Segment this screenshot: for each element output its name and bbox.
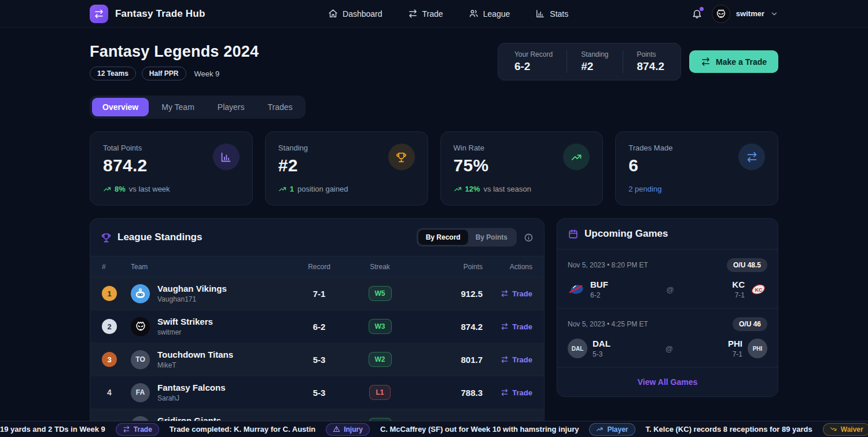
toggle-by-record[interactable]: By Record <box>418 230 468 245</box>
bar-chart-icon <box>535 9 545 19</box>
trending-up-icon <box>278 185 287 193</box>
username: switmer <box>736 9 764 18</box>
team-avatar: FA <box>131 383 150 402</box>
team-logo: DAL <box>568 339 587 358</box>
team-name: Fantasy Falcons <box>157 383 226 392</box>
nav-item-trade[interactable]: Trade <box>408 9 443 19</box>
stat-cards: Total Points 874.2 8% vs last week Stand… <box>90 131 778 205</box>
scoring-badge: Half PPR <box>142 67 186 80</box>
nav-item-stats[interactable]: Stats <box>535 9 568 19</box>
trade-button[interactable]: Trade <box>501 388 532 397</box>
over-under-badge: O/U 48.5 <box>727 258 767 272</box>
trophy-icon <box>101 232 112 243</box>
main-content: Fantasy Legends 2024 12 Teams Half PPR W… <box>0 28 868 437</box>
user-menu[interactable]: switmer <box>712 5 778 23</box>
notifications-button[interactable] <box>692 8 703 19</box>
points-value: 912.5 <box>410 289 483 299</box>
swap-icon <box>501 289 509 298</box>
league-standings-panel: League Standings By Record By Points # T… <box>90 218 545 437</box>
record-value: 5-3 <box>289 388 350 398</box>
record-value: 5-3 <box>289 355 350 365</box>
standing-item: Standing #2 <box>567 50 622 73</box>
streak-badge: W3 <box>369 319 392 334</box>
stat-card-standing: Standing #2 1 position gained <box>265 131 428 205</box>
rank-badge: 4 <box>102 385 117 400</box>
brand[interactable]: Fantasy Trade Hub <box>90 5 205 23</box>
home-team: KC 7-1 <box>732 280 767 299</box>
swap-icon <box>501 322 509 330</box>
home-icon <box>328 9 338 19</box>
table-header: # Team Record Streak Points Actions <box>90 256 544 277</box>
waiver-badge: Waiver <box>823 423 868 436</box>
nav-item-dashboard[interactable]: Dashboard <box>328 9 382 19</box>
week-label: Week 9 <box>194 69 220 78</box>
bar-chart-icon <box>213 144 240 170</box>
tab-overview[interactable]: Overview <box>92 98 149 116</box>
chiefs-logo-icon <box>750 281 767 298</box>
news-ticker: 19 yards and 2 TDs in Week 9 Trade Trade… <box>0 421 868 437</box>
team-owner: MikeT <box>157 361 233 369</box>
view-tabs: Overview My Team Players Trades <box>90 96 306 119</box>
team-owner: switmer <box>157 328 213 336</box>
pending-trades-link[interactable]: 2 pending <box>628 185 661 193</box>
trending-down-icon <box>830 425 837 433</box>
nav-label: Trade <box>422 9 443 19</box>
toggle-by-points[interactable]: By Points <box>468 230 515 245</box>
ticker-text: C. McCaffrey (SF) out for Week 10 with h… <box>380 425 579 434</box>
record-item: Your Record 6-2 <box>501 50 567 73</box>
at-symbol: @ <box>665 344 673 353</box>
rank-badge: 1 <box>102 286 117 301</box>
view-all-games-link[interactable]: View All Games <box>557 368 778 396</box>
table-row: 3 TO Touchdown Titans MikeT 5-3 W2 801.7… <box>90 343 544 376</box>
away-team: DAL DAL 5-3 <box>568 339 610 358</box>
trade-badge: Trade <box>116 423 159 436</box>
warning-icon <box>333 425 340 433</box>
trending-up-icon <box>103 185 112 193</box>
team-avatar-robot-icon <box>131 284 150 303</box>
users-icon <box>469 9 479 19</box>
info-icon[interactable] <box>524 233 534 243</box>
team-avatar-ape-icon <box>131 317 150 336</box>
trending-up-icon <box>454 185 462 193</box>
swap-icon <box>501 355 509 363</box>
streak-badge: W5 <box>369 286 392 301</box>
league-header: Fantasy Legends 2024 12 Teams Half PPR W… <box>90 43 259 80</box>
player-badge: Player <box>589 423 635 436</box>
table-row: 2 Swift Strikers switmer 6-2 W3 874.2 Tr… <box>90 310 544 343</box>
chevron-down-icon <box>770 10 778 18</box>
calendar-icon <box>568 229 579 240</box>
teams-badge: 12 Teams <box>90 67 136 80</box>
points-item: Points 874.2 <box>623 50 679 73</box>
record-value: 7-1 <box>289 289 350 299</box>
away-team: BUF 6-2 <box>568 280 608 299</box>
game-datetime: Nov 5, 2023 • 4:25 PM ET <box>568 320 648 328</box>
table-row: 1 Vaughan Vikings Vaughan171 7-1 W5 912.… <box>90 277 544 310</box>
nav-label: League <box>483 9 510 19</box>
team-avatar: TO <box>131 350 150 369</box>
team-name: Vaughan Vikings <box>157 284 227 293</box>
standings-title: League Standings <box>101 232 202 243</box>
make-a-trade-button[interactable]: Make a Trade <box>689 50 778 73</box>
tab-my-team[interactable]: My Team <box>151 98 205 116</box>
trade-button[interactable]: Trade <box>501 322 532 331</box>
sort-toggle: By Record By Points <box>417 228 517 247</box>
team-owner: SarahJ <box>157 394 226 402</box>
table-row: 4 FA Fantasy Falcons SarahJ 5-3 L1 788.3… <box>90 376 544 409</box>
swap-icon <box>123 425 130 433</box>
tab-trades[interactable]: Trades <box>258 98 303 116</box>
nav-item-league[interactable]: League <box>469 9 510 19</box>
home-team: PHI 7-1 PHI <box>728 339 767 358</box>
trade-button[interactable]: Trade <box>501 355 532 364</box>
game-datetime: Nov 5, 2023 • 8:20 PM ET <box>568 261 648 269</box>
record-summary: Your Record 6-2 Standing #2 Points 874.2 <box>498 43 681 80</box>
nav-menu: Dashboard Trade League Stats <box>328 9 568 19</box>
page-title: Fantasy Legends 2024 <box>90 43 259 61</box>
game-card: Nov 5, 2023 • 8:20 PM ET O/U 48.5 BUF 6-… <box>557 249 778 309</box>
nav-right: switmer <box>692 5 778 23</box>
team-logo: PHI <box>748 339 767 358</box>
trade-button[interactable]: Trade <box>501 289 532 298</box>
tab-players[interactable]: Players <box>207 98 255 116</box>
points-value: 788.3 <box>410 388 483 398</box>
stat-card-total-points: Total Points 874.2 8% vs last week <box>90 131 253 205</box>
points-value: 874.2 <box>410 322 483 332</box>
